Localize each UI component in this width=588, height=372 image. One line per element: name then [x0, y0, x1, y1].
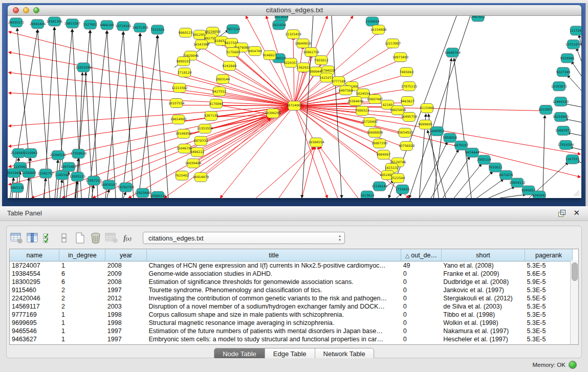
table-scrollbar[interactable] — [570, 260, 578, 344]
table-row[interactable]: 2242004622012Investigating the contribut… — [10, 294, 573, 302]
cell-title[interactable]: Embryonic stem cells: a model to study s… — [146, 335, 401, 343]
network-node[interactable]: 2935114 — [477, 155, 491, 164]
cell-name[interactable]: 9463627 — [10, 335, 59, 343]
network-node[interactable]: 16961758 — [303, 48, 319, 57]
cell-short[interactable]: Hescheler et al. (1997) — [441, 335, 525, 343]
cell-in_degree[interactable]: 6 — [59, 278, 105, 286]
network-node[interactable]: 7986322 — [355, 106, 369, 116]
cell-year[interactable]: 1997 — [105, 335, 147, 343]
network-node[interactable]: 2522544 — [391, 173, 405, 183]
network-node[interactable]: 2803144 — [216, 75, 230, 84]
cell-in_degree[interactable]: 1 — [59, 327, 105, 335]
network-node[interactable]: 10688809 — [367, 128, 383, 137]
network-node[interactable]: 19384554 — [308, 138, 324, 147]
network-node[interactable]: 8878332 — [194, 136, 208, 145]
network-node[interactable]: 1167533 — [565, 155, 580, 164]
cell-in_degree[interactable]: 1 — [59, 261, 105, 270]
network-node[interactable]: 3267130 — [204, 111, 219, 120]
table-options-icon[interactable] — [10, 231, 23, 245]
cell-pagerank[interactable]: 5.3E-5 — [525, 286, 573, 294]
network-node[interactable]: 16210645 — [553, 112, 569, 121]
network-node[interactable]: 5905135 — [10, 183, 25, 192]
cell-in_degree[interactable]: 1 — [59, 335, 105, 343]
network-node[interactable]: 9474444 — [465, 148, 480, 157]
table-row[interactable]: 946362711997Embryonic stem cells: a mode… — [10, 335, 573, 343]
cell-out_degree[interactable]: 0 — [401, 311, 442, 319]
network-node[interactable]: 12923448 — [135, 188, 150, 198]
network-node[interactable]: 1117243 — [570, 26, 581, 35]
network-node[interactable]: 1613614 — [360, 191, 375, 198]
network-node[interactable]: 17957253 — [85, 176, 101, 185]
memory-status-icon[interactable] — [569, 361, 577, 369]
cell-short[interactable]: Dudbridge et al. (2008) — [441, 278, 525, 286]
table-row[interactable]: 911546021997Tourette syndrome. Phenomeno… — [10, 286, 573, 294]
cell-pagerank[interactable]: 5.3E-5 — [525, 327, 573, 335]
cell-out_degree[interactable]: 0 — [401, 270, 442, 278]
network-node[interactable]: 10807487 — [367, 95, 383, 104]
network-node[interactable]: 19654903 — [170, 115, 186, 124]
network-node[interactable]: 9115460 — [420, 104, 434, 113]
network-node[interactable]: 16154808 — [371, 25, 386, 34]
delete-columns-trash-icon[interactable] — [89, 231, 102, 245]
cell-year[interactable]: 2003 — [105, 302, 147, 311]
cell-pagerank[interactable]: 5.3E-5 — [525, 335, 573, 343]
network-node[interactable]: 19166852 — [176, 129, 191, 138]
cell-title[interactable]: Estimation of the future numbers of pati… — [146, 327, 401, 335]
network-node[interactable]: 10975487 — [61, 162, 77, 171]
cell-in_degree[interactable]: 1 — [59, 311, 105, 319]
cell-in_degree[interactable]: 6 — [59, 270, 105, 278]
cell-out_degree[interactable]: 49 — [401, 261, 442, 270]
cell-out_degree[interactable]: 0 — [401, 294, 442, 302]
network-node[interactable]: 12213987 — [385, 39, 401, 48]
network-node[interactable]: 9329966 — [560, 54, 575, 63]
network-node[interactable]: 18724007 — [286, 101, 302, 111]
column-header-short[interactable]: short — [441, 249, 525, 261]
network-node[interactable]: 16782759 — [118, 183, 134, 192]
cell-name[interactable]: 9777169 — [10, 311, 59, 319]
network-node[interactable]: 15720407 — [362, 117, 378, 126]
network-node[interactable]: 10653287 — [64, 19, 80, 28]
network-node[interactable]: 18640910 — [295, 39, 311, 48]
cell-title[interactable]: Changes of HCN gene expression and I(f) … — [146, 261, 401, 270]
cell-in_degree[interactable]: 2 — [59, 302, 105, 311]
network-node[interactable]: 1518943 — [24, 148, 38, 158]
network-node[interactable]: 10719185 — [115, 21, 131, 31]
column-header-year[interactable]: year — [105, 249, 147, 261]
cell-short[interactable]: Wolkin et al. (1998) — [441, 319, 525, 327]
network-node[interactable]: 18107554 — [168, 99, 184, 108]
cell-short[interactable]: Jankovic et al. (1997) — [441, 286, 525, 294]
table-selector-combobox[interactable]: citations_edges.txt ▲▼ — [143, 232, 345, 244]
network-node[interactable]: 16958107 — [101, 180, 117, 189]
cell-title[interactable]: Tourette syndrome. Phenomenology and cla… — [146, 286, 401, 294]
network-node[interactable]: 1362615 — [296, 63, 311, 72]
cell-short[interactable]: Stergiakouli et al. (2012) — [441, 294, 525, 302]
table-row[interactable]: 977716911998Corpus callosum shape and si… — [10, 311, 573, 319]
network-node[interactable]: 20691406 — [30, 19, 46, 29]
network-node[interactable]: 6466160 — [100, 20, 114, 30]
cell-year[interactable]: 2008 — [105, 261, 147, 270]
network-node[interactable]: 6879197 — [454, 141, 468, 150]
table-row[interactable]: 1830029562008Estimation of significance … — [10, 278, 573, 286]
float-panel-icon[interactable] — [558, 210, 565, 217]
network-node[interactable]: 9860123 — [179, 28, 193, 37]
network-node[interactable]: 1156809 — [22, 168, 36, 178]
network-node[interactable]: 16495758 — [401, 112, 417, 121]
network-node[interactable]: 9146821 — [263, 51, 277, 60]
network-node[interactable]: 9463627 — [401, 97, 415, 106]
cell-out_degree[interactable]: 0 — [401, 335, 442, 343]
network-node[interactable]: 2150654 — [365, 17, 380, 26]
network-node[interactable]: 1733426 — [396, 185, 410, 194]
network-node[interactable]: 17359928 — [70, 149, 86, 158]
table-row[interactable]: 1938455462009Genome-wide association stu… — [10, 270, 573, 278]
cell-name[interactable]: 18300295 — [10, 278, 59, 286]
network-node[interactable]: 2087652 — [471, 16, 485, 21]
network-node[interactable]: 3175685 — [226, 48, 241, 57]
network-node[interactable]: 18300295 — [265, 108, 280, 118]
new-column-icon[interactable] — [73, 231, 86, 245]
network-node[interactable]: 17975115 — [401, 82, 417, 91]
network-node[interactable]: 18381306 — [47, 17, 62, 26]
cell-name[interactable]: 22420046 — [10, 294, 59, 302]
cell-year[interactable]: 2012 — [105, 294, 147, 302]
cell-in_degree[interactable]: 1 — [59, 319, 105, 327]
function-builder-icon[interactable]: f(x) — [121, 231, 134, 245]
